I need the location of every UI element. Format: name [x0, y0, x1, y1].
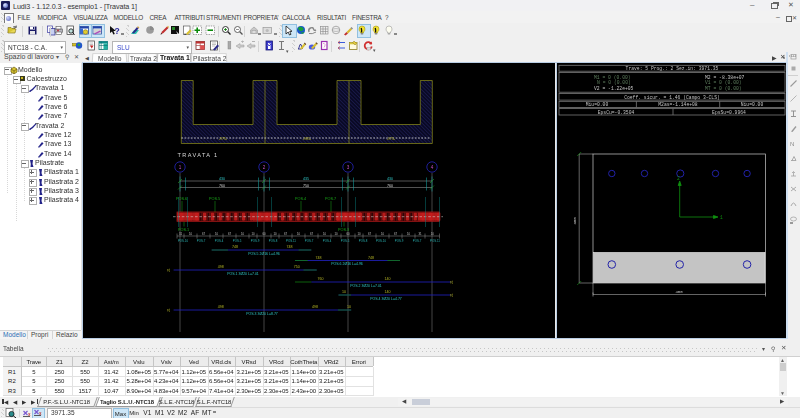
svg-text:POS.7: POS.7 [197, 239, 206, 243]
svg-text:10: 10 [323, 232, 327, 236]
svg-text:POS.5: POS.5 [233, 239, 242, 243]
svg-text:POS.6 2Ø16 L=4.96: POS.6 2Ø16 L=4.96 [331, 262, 363, 266]
svg-text:10: 10 [407, 232, 411, 236]
svg-text:140: 140 [384, 290, 390, 294]
svg-text:10: 10 [297, 232, 301, 236]
svg-text:60: 60 [346, 232, 350, 236]
svg-text:POS.6: POS.6 [176, 197, 187, 201]
svg-text:MT = 0 (0.00): MT = 0 (0.00) [705, 86, 742, 91]
svg-text:10: 10 [381, 232, 385, 236]
svg-text:Niu=0.00: Niu=0.00 [741, 102, 764, 107]
svg-text:2: 2 [677, 176, 680, 181]
svg-text:748: 748 [287, 245, 293, 249]
svg-text:430: 430 [387, 177, 393, 181]
svg-text:60: 60 [262, 232, 266, 236]
svg-text:10: 10 [334, 232, 338, 236]
svg-text:POS.10: POS.10 [178, 239, 189, 243]
svg-text:400: 400 [675, 290, 683, 294]
svg-text:V2 = -1.22e+05: V2 = -1.22e+05 [594, 86, 634, 91]
svg-text:67: 67 [228, 232, 232, 236]
svg-text:POS.8: POS.8 [269, 239, 278, 243]
svg-text:498: 498 [218, 305, 224, 309]
svg-text:POS.10: POS.10 [376, 239, 387, 243]
svg-text:21: 21 [450, 280, 454, 284]
svg-text:POS.4: POS.4 [215, 239, 224, 243]
svg-text:Trave: 5 Prog.: 2 Sez.in: 39: Trave: 5 Prog.: 2 Sez.in: 3971.35 [626, 66, 719, 71]
svg-text:748: 748 [232, 245, 238, 249]
svg-text:Coeff. sicur. = 1.46 (Campo 3-: Coeff. sicur. = 1.46 (Campo 3-CLS) [624, 95, 720, 100]
svg-text:M2 = -8.38e+07: M2 = -8.38e+07 [705, 75, 745, 80]
svg-text:POS.7: POS.7 [413, 239, 422, 243]
svg-text:POS.7: POS.7 [305, 239, 314, 243]
svg-text:67: 67 [310, 232, 314, 236]
svg-text:10: 10 [347, 305, 351, 309]
svg-text:10: 10 [342, 290, 346, 294]
svg-text:67: 67 [284, 232, 288, 236]
svg-text:POS.5: POS.5 [209, 197, 220, 201]
svg-text:POS.1 3Ø20 L=7.01: POS.1 3Ø20 L=7.01 [227, 272, 259, 276]
svg-text:10: 10 [273, 232, 277, 236]
svg-text:POS.5 2Ø16 L=4.96: POS.5 2Ø16 L=4.96 [248, 252, 280, 256]
svg-text:POS.2 3Ø20 L=7.01: POS.2 3Ø20 L=7.01 [350, 284, 382, 288]
svg-text:760: 760 [317, 277, 323, 281]
svg-text:TRAVATA 1: TRAVATA 1 [178, 152, 219, 158]
svg-text:V1 = 0 (0.00): V1 = 0 (0.00) [705, 80, 742, 85]
svg-text:140: 140 [384, 277, 390, 281]
svg-text:21: 21 [450, 293, 454, 297]
svg-text:-975-: -975- [387, 137, 396, 141]
svg-text:2: 2 [263, 165, 266, 170]
svg-text:M1 = 0 (0.00): M1 = 0 (0.00) [594, 75, 631, 80]
svg-text:1: 1 [179, 165, 182, 170]
svg-text:21: 21 [167, 268, 171, 272]
svg-text:4: 4 [431, 165, 434, 170]
svg-text:Miu=0.00: Miu=0.00 [586, 102, 609, 107]
svg-text:31: 31 [418, 232, 422, 236]
svg-text:10: 10 [357, 232, 361, 236]
svg-text:POS.9: POS.9 [251, 239, 260, 243]
svg-text:-975-: -975- [219, 137, 228, 141]
svg-text:POS.11: POS.11 [286, 239, 296, 243]
svg-text:1: 1 [720, 215, 723, 220]
svg-text:430: 430 [219, 177, 225, 181]
svg-text:N: N [790, 141, 794, 147]
svg-text:300: 300 [573, 217, 577, 225]
svg-text:31: 31 [179, 232, 183, 236]
svg-text:748: 748 [316, 256, 322, 260]
svg-text:750: 750 [303, 184, 309, 188]
svg-text:N = 0 (0.00): N = 0 (0.00) [597, 80, 631, 85]
svg-text:?: ? [114, 26, 119, 36]
svg-text:POS.4: POS.4 [323, 239, 332, 243]
svg-text:21: 21 [167, 308, 171, 312]
svg-text:750: 750 [294, 265, 300, 269]
svg-text:760: 760 [219, 184, 225, 188]
svg-text:10: 10 [431, 232, 435, 236]
svg-text:POS.8: POS.8 [359, 239, 368, 243]
svg-text:760: 760 [387, 184, 393, 188]
svg-text:EpsSu=0.9964: EpsSu=0.9964 [712, 110, 746, 115]
svg-text:POS.4 3Ø20 L=4.77: POS.4 3Ø20 L=4.77 [370, 297, 402, 301]
svg-text:-985-: -985- [303, 137, 312, 141]
svg-text:10: 10 [189, 232, 193, 236]
svg-text:3: 3 [347, 165, 350, 170]
svg-text:10: 10 [241, 232, 245, 236]
svg-text:EpsCu=-0.3504: EpsCu=-0.3504 [598, 110, 635, 115]
svg-text:POS.11: POS.11 [430, 239, 440, 243]
svg-text:POS.3 3Ø20 L=8.77: POS.3 3Ø20 L=8.77 [246, 312, 278, 316]
svg-text:498: 498 [312, 305, 318, 309]
svg-text:67: 67 [368, 232, 372, 236]
svg-text:748: 748 [368, 256, 374, 260]
svg-text:67: 67 [394, 232, 398, 236]
svg-text:67: 67 [202, 232, 206, 236]
svg-text:10: 10 [251, 232, 255, 236]
svg-text:498: 498 [218, 265, 224, 269]
svg-text:POS.5: POS.5 [341, 239, 350, 243]
svg-text:10: 10 [215, 232, 219, 236]
svg-text:POS.9: POS.9 [395, 239, 404, 243]
svg-text:435: 435 [303, 177, 309, 181]
svg-text:M2as=-1.14e+08: M2as=-1.14e+08 [658, 102, 698, 107]
svg-text:POS.7: POS.7 [325, 197, 336, 201]
svg-text:POS.4: POS.4 [295, 197, 306, 201]
